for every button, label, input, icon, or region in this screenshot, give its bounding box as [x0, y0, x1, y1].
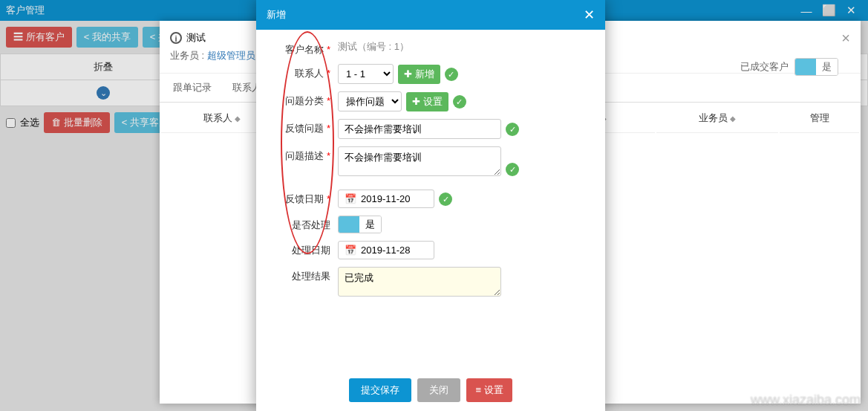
- required-icon: *: [327, 193, 330, 204]
- field-contact: 联系人 * 1 - 1 ✚ 新增 ✓: [271, 64, 590, 84]
- info-icon: i: [170, 32, 182, 44]
- field-handled: 是否处理 是: [271, 216, 590, 233]
- field-category: 问题分类 * 操作问题 ✚ 设置 ✓: [271, 91, 590, 111]
- modal-header: 新增 ✕: [256, 0, 605, 30]
- field-result: 处理结果 已完成: [271, 267, 590, 297]
- settings-button[interactable]: ≡ 设置: [466, 378, 512, 402]
- plus-icon: ✚: [404, 68, 415, 80]
- staff-link[interactable]: 超级管理员: [207, 50, 255, 61]
- dealt-toggle-area: 已成交客户 是: [740, 58, 838, 76]
- add-modal: 新增 ✕ 客户名称 * 测试（编号 : 1） 联系人 * 1 - 1 ✚ 新增 …: [256, 0, 605, 411]
- feedback-input[interactable]: [338, 119, 501, 139]
- col-staff[interactable]: 业务员 ◆: [656, 104, 778, 133]
- check-icon: ✓: [445, 68, 458, 81]
- calendar-icon: 📅: [345, 245, 356, 256]
- dealt-toggle[interactable]: 是: [794, 58, 838, 76]
- modal-footer: 提交保存 关闭 ≡ 设置: [256, 369, 605, 411]
- required-icon: *: [327, 68, 330, 79]
- customer-name-value: 测试（编号 : 1）: [338, 40, 409, 54]
- required-icon: *: [327, 44, 330, 55]
- col-manage: 管理: [780, 104, 859, 133]
- modal-title: 新增: [267, 8, 286, 22]
- contact-select[interactable]: 1 - 1: [338, 64, 394, 84]
- tab-follow[interactable]: 跟单记录: [170, 74, 215, 102]
- sort-icon: ◆: [235, 114, 241, 123]
- check-icon: ✓: [506, 163, 519, 176]
- feedback-date-input[interactable]: 📅2019-11-20: [338, 190, 434, 208]
- check-icon: ✓: [506, 123, 519, 136]
- field-feedback-date: 反馈日期 * 📅2019-11-20✓: [271, 190, 590, 208]
- field-customer-name: 客户名称 * 测试（编号 : 1）: [271, 40, 590, 56]
- handle-date-input[interactable]: 📅2019-11-28: [338, 241, 434, 259]
- required-icon: *: [327, 95, 330, 106]
- close-button[interactable]: 关闭: [417, 378, 460, 402]
- panel-close-button[interactable]: ×: [841, 30, 850, 47]
- list-icon: ≡: [475, 384, 483, 395]
- set-category-button[interactable]: ✚ 设置: [406, 92, 448, 111]
- required-icon: *: [327, 150, 330, 161]
- calendar-icon: 📅: [345, 193, 356, 204]
- description-textarea[interactable]: 不会操作需要培训: [338, 146, 501, 176]
- check-icon: ✓: [453, 95, 466, 109]
- modal-body: 客户名称 * 测试（编号 : 1） 联系人 * 1 - 1 ✚ 新增 ✓ 问题分…: [256, 30, 605, 369]
- field-handle-date: 处理日期 📅2019-11-28: [271, 241, 590, 259]
- category-select[interactable]: 操作问题: [338, 91, 402, 111]
- field-description: 问题描述 * 不会操作需要培训✓: [271, 146, 590, 176]
- submit-button[interactable]: 提交保存: [349, 378, 411, 402]
- required-icon: *: [327, 123, 330, 134]
- gear-icon: ✚: [412, 96, 423, 107]
- modal-close-button[interactable]: ✕: [584, 7, 595, 23]
- result-textarea[interactable]: 已完成: [338, 267, 501, 297]
- sort-icon: ◆: [730, 114, 736, 123]
- add-contact-button[interactable]: ✚ 新增: [398, 65, 440, 84]
- dealt-label: 已成交客户: [740, 60, 789, 74]
- handled-toggle[interactable]: 是: [338, 216, 382, 233]
- field-feedback: 反馈问题 * ✓: [271, 119, 590, 139]
- check-icon: ✓: [439, 192, 452, 206]
